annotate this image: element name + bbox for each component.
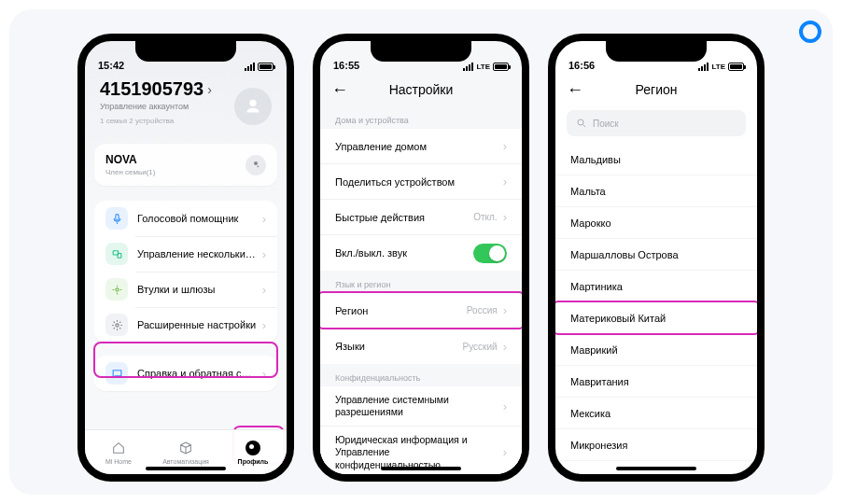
svg-point-5: [578, 119, 583, 125]
chevron-right-icon: ›: [262, 212, 266, 226]
row-languages[interactable]: Языки Русский ›: [320, 329, 522, 364]
clock: 16:55: [333, 60, 359, 71]
svg-point-3: [115, 287, 118, 290]
home-indicator: [146, 467, 226, 470]
signal-icon: [698, 63, 709, 71]
add-member-button[interactable]: [246, 155, 266, 175]
region-item[interactable]: Мартиника: [555, 271, 757, 302]
menu-group-1: Голосовой помощник › Управление нескольк…: [94, 201, 277, 343]
region-name: Материковый Китай: [570, 313, 666, 324]
row-label: Управление системными разрешениями: [335, 394, 484, 418]
back-button[interactable]: ←: [331, 80, 348, 100]
home-name: NOVA: [105, 153, 155, 166]
tab-label: Профиль: [238, 458, 269, 465]
chevron-right-icon: ›: [503, 340, 507, 354]
region-item[interactable]: Мальта: [555, 175, 757, 207]
page-title: Настройки: [389, 82, 454, 97]
chevron-right-icon: ›: [262, 367, 266, 381]
region-item[interactable]: Марокко: [555, 207, 757, 239]
notch: [371, 41, 471, 62]
help-icon: [105, 362, 128, 385]
page-title: Регион: [636, 82, 678, 97]
region-item[interactable]: Молдавия: [555, 461, 757, 482]
row-label: Управление домом: [335, 141, 427, 152]
notch: [135, 41, 236, 62]
region-item[interactable]: Маршалловы Острова: [555, 239, 757, 271]
tab-label: Mi Home: [105, 458, 132, 465]
menu-label: Голосовой помощник: [137, 213, 257, 224]
region-item-mainland-china[interactable]: Материковый Китай: [555, 302, 757, 334]
tab-mi-home[interactable]: Mi Home: [85, 430, 152, 474]
region-item[interactable]: Мексика: [555, 398, 757, 429]
row-home-management[interactable]: Управление домом ›: [320, 129, 522, 164]
row-value: Откл.: [473, 212, 497, 222]
status-right: LTE: [698, 63, 744, 71]
row-system-permissions[interactable]: Управление системными разрешениями ›: [320, 386, 522, 427]
row-label: Быстрые действия: [335, 212, 425, 223]
row-value: Русский: [463, 342, 498, 352]
chevron-right-icon: ›: [503, 399, 507, 413]
region-item[interactable]: Мальдивы: [555, 144, 757, 175]
region-name: Мартиника: [570, 281, 623, 292]
battery-icon: [258, 63, 274, 71]
chevron-right-icon: ›: [503, 175, 507, 189]
devices-icon: [105, 243, 128, 265]
battery-icon: [728, 63, 744, 71]
tab-profile[interactable]: Профиль: [219, 430, 287, 474]
section-lang-region: Язык и регион: [320, 271, 522, 293]
svg-rect-0: [115, 214, 118, 220]
menu-hubs[interactable]: Втулки и шлюзы ›: [94, 272, 277, 307]
hub-icon: [105, 278, 128, 301]
cube-icon: [177, 440, 194, 456]
toggle-on-icon[interactable]: [473, 244, 507, 263]
battery-icon: [493, 63, 509, 71]
phone-settings: 16:55 LTE ← Настройки Дома и устройства …: [313, 34, 529, 482]
menu-multi-devices[interactable]: Управление несколькими ус… ›: [94, 236, 277, 272]
section-privacy: Конфиденциальность: [320, 364, 522, 386]
menu-advanced-settings[interactable]: Расширенные настройки ›: [94, 307, 277, 343]
region-name: Мальта: [570, 186, 606, 197]
region-name: Мавритания: [570, 376, 629, 387]
row-label: Вкл./выкл. звук: [335, 247, 407, 259]
row-sound-toggle[interactable]: Вкл./выкл. звук: [320, 235, 522, 271]
menu-label: Справка и обратная связь: [137, 368, 257, 379]
status-right: [245, 63, 274, 71]
search-icon: [576, 118, 587, 129]
account-id: 4151905793: [100, 78, 203, 100]
region-name: Маршалловы Острова: [570, 249, 679, 260]
row-share-device[interactable]: Поделиться устройством ›: [320, 164, 522, 200]
region-name: Молдавия: [570, 471, 619, 483]
row-quick-actions[interactable]: Быстрые действия Откл. ›: [320, 200, 522, 235]
region-name: Марокко: [570, 217, 611, 229]
avatar-icon[interactable]: [234, 88, 272, 125]
chevron-right-icon: ›: [503, 210, 507, 224]
menu-help-feedback[interactable]: Справка и обратная связь ›: [94, 356, 277, 391]
chevron-right-icon: ›: [262, 247, 266, 261]
menu-label: Управление несколькими ус…: [137, 248, 257, 259]
menu-group-2: Справка и обратная связь ›: [94, 356, 277, 391]
search-placeholder: Поиск: [593, 119, 619, 129]
region-item[interactable]: Микронезия: [555, 429, 757, 461]
region-list: Мальдивы Мальта Марокко Маршалловы Остро…: [555, 144, 757, 482]
menu-label: Расширенные настройки: [137, 319, 257, 330]
home-indicator: [616, 467, 696, 470]
home-card[interactable]: NOVA Член семьи(1): [94, 144, 277, 186]
chevron-right-icon: ›: [262, 283, 266, 297]
row-region[interactable]: Регион Россия ›: [320, 293, 522, 329]
chevron-right-icon: ›: [503, 139, 507, 153]
region-name: Микронезия: [570, 440, 627, 451]
region-item[interactable]: Маврикий: [555, 334, 757, 366]
search-input[interactable]: Поиск: [567, 110, 746, 136]
header: ← Настройки: [320, 73, 522, 106]
back-button[interactable]: ←: [567, 80, 583, 100]
status-right: LTE: [463, 63, 509, 71]
row-label: Юридическая информация и Управление конф…: [335, 434, 494, 470]
region-item[interactable]: Мавритания: [555, 366, 757, 398]
home-members: Член семьи(1): [105, 168, 155, 176]
voice-icon: [105, 207, 128, 230]
chevron-right-icon: ›: [503, 445, 507, 459]
menu-voice-assistant[interactable]: Голосовой помощник ›: [94, 201, 277, 236]
header: ← Регион: [555, 73, 757, 106]
signal-icon: [245, 63, 255, 71]
network-label: LTE: [711, 63, 725, 71]
